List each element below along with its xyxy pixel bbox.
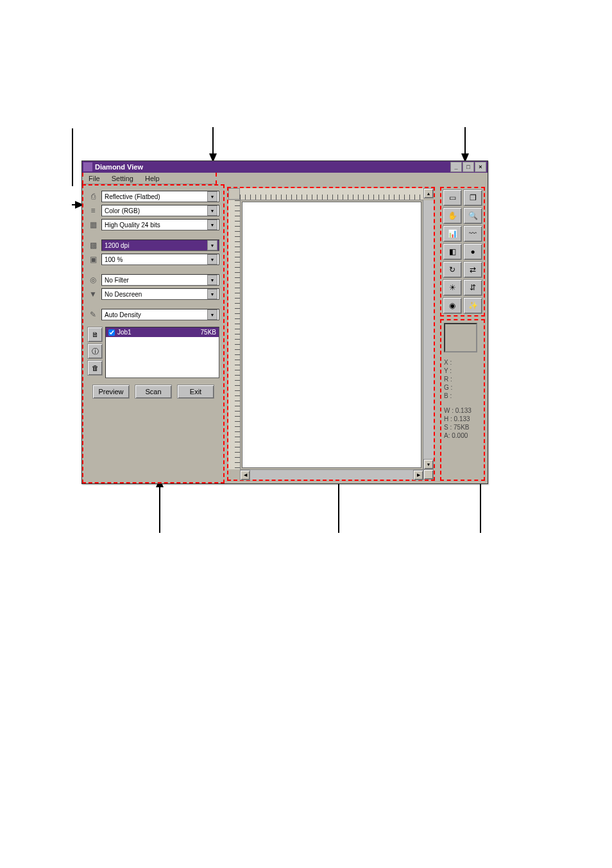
preview-area: ▲ ▼ ◀ ▶ [227, 187, 435, 481]
ruler-horizontal [240, 188, 423, 200]
levels-tool[interactable]: ⇵ [463, 279, 482, 296]
jobs-area: 🗎 ⓘ 🗑 Job1 75KB [87, 327, 219, 378]
scale-select[interactable]: 100 % ▼ [101, 254, 219, 265]
job-size: 75KB [201, 329, 216, 336]
menu-setting[interactable]: Setting [112, 175, 133, 182]
info-s: S : 75KB [444, 424, 481, 431]
callout-arrow [464, 127, 466, 166]
duplicate-tool[interactable]: ❐ [463, 189, 482, 206]
scan-button[interactable]: Scan [135, 385, 172, 399]
maximize-button[interactable]: □ [463, 162, 474, 172]
chevron-down-icon[interactable]: ▼ [207, 309, 217, 320]
filter-icon: ◎ [87, 274, 99, 286]
flip-tool[interactable]: ⇄ [463, 261, 482, 278]
callout-line [72, 128, 73, 186]
colormode-select[interactable]: Color (RGB) ▼ [101, 205, 219, 216]
resolution-select[interactable]: 1200 dpi ▼ [101, 239, 219, 251]
source-select[interactable]: Reflective (Flatbed) ▼ [101, 191, 219, 202]
menu-help[interactable]: Help [145, 175, 160, 182]
wizard-tool[interactable]: ✨ [463, 297, 482, 314]
scroll-down-button[interactable]: ▼ [423, 459, 434, 469]
titlebar: Diamond View _ □ × [82, 161, 488, 173]
preview-button[interactable]: Preview [92, 385, 130, 399]
delete-job-button[interactable]: 🗑 [87, 360, 103, 376]
info-g: G : [444, 384, 481, 391]
info-x: X : [444, 359, 481, 366]
info-b: B : [444, 392, 481, 399]
new-job-button[interactable]: 🗎 [87, 327, 103, 342]
scan-canvas[interactable] [242, 202, 421, 468]
menubar: File Setting Help [82, 173, 217, 184]
chevron-down-icon[interactable]: ▼ [207, 220, 217, 230]
callout-arrow [212, 127, 214, 166]
jobs-list[interactable]: Job1 75KB [105, 327, 219, 378]
scale-value: 100 % [105, 256, 123, 263]
tone-tool[interactable]: ◧ [443, 243, 462, 260]
job-item[interactable]: Job1 75KB [106, 327, 219, 337]
density-icon: ✎ [87, 309, 99, 320]
zoom-tool[interactable]: 🔍 [463, 207, 482, 224]
info-h: H : 0.133 [444, 415, 481, 422]
chevron-down-icon[interactable]: ▼ [207, 254, 217, 265]
density-select[interactable]: Auto Density ▼ [101, 309, 219, 320]
info-panel: X : Y : R : G : B : W : 0.133 H : 0.133 … [440, 319, 485, 481]
tools-panel: ▭ ❐ ✋ 🔍 📊 〰 ◧ ● ↻ ⇄ ☀ ⇵ ◉ ✨ X : Y : R : [438, 184, 488, 483]
job-checkbox[interactable] [108, 329, 115, 336]
color-swatch [444, 323, 477, 352]
scroll-up-button[interactable]: ▲ [423, 188, 434, 198]
menu-file[interactable]: File [89, 175, 100, 182]
chevron-down-icon[interactable]: ▼ [207, 191, 217, 202]
minimize-button[interactable]: _ [450, 162, 462, 172]
app-icon [83, 162, 92, 171]
source-icon: ⎙ [87, 191, 99, 202]
chevron-down-icon[interactable]: ▼ [207, 240, 217, 250]
quality-icon: ▦ [87, 219, 99, 230]
hand-tool[interactable]: ✋ [443, 207, 462, 224]
source-value: Reflective (Flatbed) [105, 193, 160, 200]
app-window: Diamond View _ □ × File Setting Help ⎙ R… [81, 161, 488, 484]
resolution-icon: ▩ [87, 239, 99, 251]
scroll-left-button[interactable]: ◀ [240, 470, 250, 480]
scrollbar-corner [423, 469, 434, 480]
scrollbar-vertical[interactable]: ▼ [423, 200, 434, 469]
filter-select[interactable]: No Filter ▼ [101, 274, 219, 286]
quality-select[interactable]: High Quality 24 bits ▼ [101, 219, 219, 230]
hue-tool[interactable]: ◉ [443, 297, 462, 314]
info-w: W : 0.133 [444, 407, 481, 414]
colormode-value: Color (RGB) [105, 207, 140, 214]
chevron-down-icon[interactable]: ▼ [207, 275, 217, 285]
job-name: Job1 [117, 329, 132, 336]
chevron-down-icon[interactable]: ▼ [207, 289, 217, 299]
tool-grid: ▭ ❐ ✋ 🔍 📊 〰 ◧ ● ↻ ⇄ ☀ ⇵ ◉ ✨ [440, 187, 485, 317]
descreen-value: No Descreen [105, 291, 142, 298]
info-r: R : [444, 376, 481, 383]
descreen-icon: ▼ [87, 288, 99, 300]
info-a: A: 0.000 [444, 432, 481, 439]
scrollbar-horizontal[interactable]: ◀ ▶ [240, 469, 423, 480]
density-value: Auto Density [105, 311, 141, 318]
color-tool[interactable]: ● [463, 243, 482, 260]
descreen-select[interactable]: No Descreen ▼ [101, 288, 219, 300]
close-button[interactable]: × [475, 162, 486, 172]
quality-value: High Quality 24 bits [105, 221, 160, 229]
colormode-icon: ≡ [87, 205, 99, 216]
scale-icon: ▣ [87, 254, 99, 265]
ruler-corner [228, 188, 240, 200]
histogram-tool[interactable]: 📊 [443, 225, 462, 242]
resolution-value: 1200 dpi [105, 242, 129, 249]
ruler-vertical [228, 200, 241, 469]
info-y: Y : [444, 367, 481, 374]
window-title: Diamond View [95, 163, 143, 171]
brightness-tool[interactable]: ☀ [443, 279, 462, 296]
filter-value: No Filter [105, 277, 129, 284]
curves-tool[interactable]: 〰 [463, 225, 482, 242]
chevron-down-icon[interactable]: ▼ [207, 205, 217, 216]
selection-tool[interactable]: ▭ [443, 189, 462, 206]
settings-panel: ⎙ Reflective (Flatbed) ▼ ≡ Color (RGB) ▼… [82, 184, 225, 483]
job-info-button[interactable]: ⓘ [87, 343, 103, 359]
scroll-right-button[interactable]: ▶ [413, 470, 423, 480]
exit-button[interactable]: Exit [177, 385, 214, 399]
rotate-tool[interactable]: ↻ [443, 261, 462, 278]
